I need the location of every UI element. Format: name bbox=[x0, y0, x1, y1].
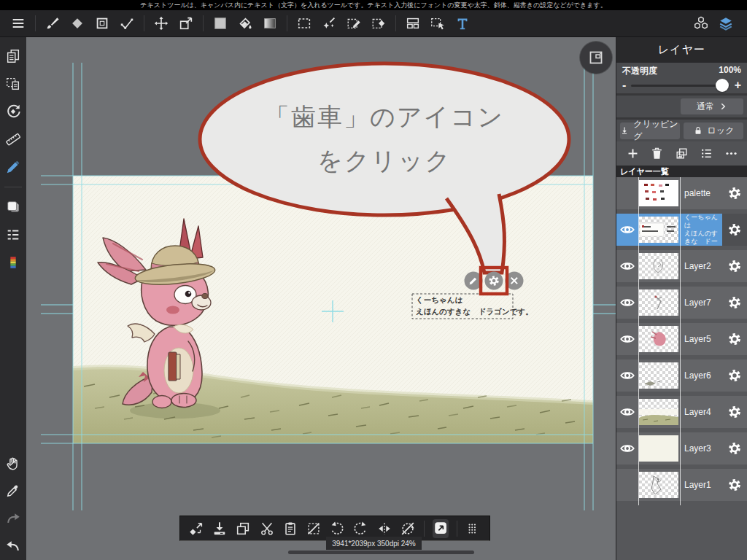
layer-row[interactable]: Layer7 bbox=[616, 287, 747, 319]
select-rect-tool-button[interactable] bbox=[295, 14, 314, 33]
layer-row-main[interactable]: Layer3 bbox=[616, 432, 722, 464]
swatch-panel-tool-button[interactable] bbox=[4, 198, 23, 217]
hand-tool-button[interactable] bbox=[4, 454, 23, 472]
brush-list-tool-button[interactable] bbox=[4, 225, 23, 244]
opacity-plus-button[interactable]: + bbox=[735, 79, 741, 92]
divide-panel-tool-button[interactable] bbox=[403, 14, 422, 33]
opacity-minus-button[interactable]: - bbox=[622, 79, 626, 92]
gradient-tool-button[interactable] bbox=[260, 14, 279, 33]
color-swatch-tool-button[interactable] bbox=[211, 14, 230, 33]
deselect-tool-button[interactable] bbox=[306, 519, 322, 538]
color-bar-tool-button[interactable] bbox=[4, 253, 23, 272]
layer-visibility-toggle[interactable] bbox=[616, 177, 638, 209]
duplicate-tool-button[interactable] bbox=[674, 146, 690, 162]
layer-visibility-toggle[interactable] bbox=[616, 469, 638, 501]
layer-thumbnail[interactable] bbox=[638, 396, 679, 428]
select-doc-tool-button[interactable] bbox=[4, 74, 23, 93]
transform-tool-button[interactable] bbox=[177, 14, 196, 33]
image-open-tool-button[interactable] bbox=[433, 519, 449, 538]
text-settings-gear-button[interactable] bbox=[485, 272, 503, 290]
free-transform-tool-button[interactable] bbox=[188, 519, 204, 538]
no-rotate-tool-button[interactable] bbox=[400, 519, 416, 538]
eyedropper-tool-button[interactable] bbox=[4, 481, 23, 500]
rotate-view-tool-button[interactable] bbox=[4, 102, 23, 121]
layer-settings-gear-button[interactable] bbox=[722, 432, 747, 464]
layer-row[interactable]: Layer2 bbox=[616, 250, 747, 282]
layers-tool-button[interactable] bbox=[716, 14, 735, 33]
menu-tool-button[interactable] bbox=[9, 14, 28, 33]
layer-row[interactable]: Layer4 bbox=[616, 396, 747, 428]
layer-settings-gear-button[interactable] bbox=[722, 469, 747, 501]
blend-mode-button[interactable]: 通常 bbox=[681, 98, 743, 114]
layer-thumbnail[interactable] bbox=[638, 177, 679, 209]
more-dots-tool-button[interactable] bbox=[723, 146, 739, 162]
flip-h-tool-button[interactable] bbox=[376, 519, 392, 538]
layer-thumbnail[interactable] bbox=[638, 323, 679, 355]
list-menu-tool-button[interactable] bbox=[698, 146, 714, 162]
airbrush-tool-button[interactable] bbox=[4, 158, 23, 176]
layer-row[interactable]: Layer1 bbox=[616, 469, 747, 501]
layer-row-main[interactable]: くーちゃんはえほんのすきな ドー bbox=[616, 214, 722, 246]
cut-tool-button[interactable] bbox=[259, 519, 275, 538]
point-pen-tool-button[interactable] bbox=[117, 14, 136, 33]
layer-thumbnail[interactable] bbox=[638, 214, 679, 246]
lock-button[interactable]: ロック bbox=[684, 122, 743, 139]
brush-tool-button[interactable] bbox=[43, 14, 62, 33]
opacity-slider-knob[interactable] bbox=[716, 79, 729, 92]
eraser-tool-button[interactable] bbox=[68, 14, 87, 33]
layer-settings-gear-button[interactable] bbox=[722, 396, 747, 428]
layer-row-main[interactable]: Layer4 bbox=[616, 396, 722, 428]
layer-row[interactable]: Layer3 bbox=[616, 432, 747, 464]
select-eraser-tool-button[interactable] bbox=[369, 14, 388, 33]
navigator-toggle-button[interactable] bbox=[580, 42, 612, 74]
layer-row[interactable]: くーちゃんはえほんのすきな ドー bbox=[616, 214, 747, 246]
layer-settings-gear-button[interactable] bbox=[722, 323, 747, 355]
object-select-tool-button[interactable] bbox=[428, 14, 447, 33]
layer-row-main[interactable]: Layer2 bbox=[616, 250, 722, 282]
opacity-slider[interactable] bbox=[631, 85, 729, 87]
layer-row[interactable]: Layer5 bbox=[616, 323, 747, 355]
rotate-ccw-tool-button[interactable] bbox=[329, 519, 345, 538]
rotate-cw-tool-button[interactable] bbox=[352, 519, 368, 538]
layer-visibility-toggle[interactable] bbox=[616, 359, 638, 392]
text-tool-button[interactable] bbox=[453, 14, 472, 33]
layer-visibility-toggle[interactable] bbox=[616, 396, 638, 428]
layer-row[interactable]: Layer6 bbox=[616, 359, 747, 392]
layer-row-main[interactable]: palette bbox=[616, 177, 722, 209]
layer-row-main[interactable]: Layer1 bbox=[616, 469, 722, 501]
layer-visibility-toggle[interactable] bbox=[616, 323, 638, 355]
trash-tool-button[interactable] bbox=[649, 146, 665, 162]
layer-visibility-toggle[interactable] bbox=[616, 250, 638, 282]
magic-wand-tool-button[interactable] bbox=[320, 14, 338, 33]
material-cubes-tool-button[interactable] bbox=[692, 14, 711, 33]
layer-settings-gear-button[interactable] bbox=[722, 287, 747, 319]
layer-visibility-toggle[interactable] bbox=[616, 432, 638, 464]
save-tool-button[interactable] bbox=[212, 519, 228, 538]
pages-tool-button[interactable] bbox=[4, 47, 23, 66]
layer-thumbnail[interactable] bbox=[638, 287, 679, 319]
select-pen-tool-button[interactable] bbox=[344, 14, 363, 33]
layer-row-main[interactable]: Layer7 bbox=[616, 287, 722, 319]
home-indicator[interactable] bbox=[288, 551, 474, 554]
layer-row-main[interactable]: Layer5 bbox=[616, 323, 722, 355]
layer-thumbnail[interactable] bbox=[638, 469, 679, 501]
copy-tool-button[interactable] bbox=[235, 519, 251, 538]
layer-settings-gear-button[interactable] bbox=[722, 250, 747, 282]
ruler-tool-button[interactable] bbox=[4, 130, 23, 149]
canvas-workspace[interactable]: くーちゃんは えほんのすきな ドラゴンです。 「歯車」のアイコン をクリック bbox=[26, 36, 616, 560]
undo-tool-button[interactable] bbox=[4, 537, 23, 556]
dots-grid-tool-button[interactable] bbox=[465, 519, 481, 538]
clipping-button[interactable]: クリッピング bbox=[620, 122, 680, 139]
redo-tool-button[interactable] bbox=[4, 509, 23, 528]
layer-visibility-toggle[interactable] bbox=[616, 214, 638, 246]
layer-thumbnail[interactable] bbox=[638, 432, 679, 464]
layer-row[interactable]: palette bbox=[616, 177, 747, 209]
bucket-tool-button[interactable] bbox=[236, 14, 255, 33]
layer-row-main[interactable]: Layer6 bbox=[616, 359, 722, 392]
layer-thumbnail[interactable] bbox=[638, 250, 679, 282]
layer-thumbnail[interactable] bbox=[638, 359, 679, 392]
plus-tool-button[interactable] bbox=[624, 146, 640, 162]
layer-settings-gear-button[interactable] bbox=[722, 177, 747, 209]
frame-rect-tool-button[interactable] bbox=[93, 14, 112, 33]
move-tool-button[interactable] bbox=[152, 14, 171, 33]
